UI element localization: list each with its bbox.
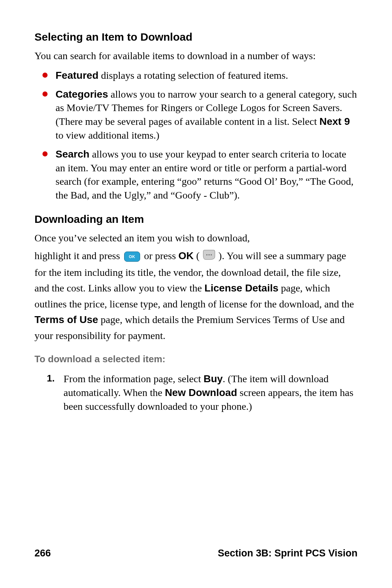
list-item: Categories allows you to narrow your sea… — [34, 87, 358, 142]
download-para-1: Once you’ve selected an item you wish to… — [34, 231, 358, 245]
text-segment: or press — [144, 250, 179, 261]
list-item: Search allows you to use your keypad to … — [34, 147, 358, 202]
subheading-to-download: To download a selected item: — [34, 354, 358, 365]
term-new-download: New Download — [165, 387, 237, 398]
list-item: 1. From the information page, select Buy… — [34, 372, 358, 413]
bullet-icon — [42, 91, 48, 97]
step-number: 1. — [47, 372, 55, 385]
section-label: Section 3B: Sprint PCS Vision — [218, 548, 358, 559]
softkey-icon — [203, 249, 215, 265]
list-item-text: to view additional items.) — [56, 130, 159, 141]
svg-point-0 — [206, 254, 207, 255]
ok-key-icon — [124, 252, 140, 262]
page-footer: 266 Section 3B: Sprint PCS Vision — [34, 548, 358, 559]
text-segment: ( — [196, 250, 200, 261]
list-item-text: allows you to use your keypad to enter s… — [56, 148, 354, 201]
term-buy: Buy — [204, 373, 223, 384]
term-categories: Categories — [56, 89, 108, 100]
intro-paragraph: You can search for available items to do… — [34, 49, 358, 63]
term-next9: Next 9 — [319, 116, 350, 127]
svg-point-2 — [211, 254, 212, 255]
heading-selecting: Selecting an Item to Download — [34, 31, 358, 43]
term-featured: Featured — [56, 70, 98, 81]
term-license-details: License Details — [204, 282, 278, 294]
list-item-text: displays a rotating selection of feature… — [98, 70, 288, 81]
heading-downloading: Downloading an Item — [34, 213, 358, 225]
bullet-icon — [42, 151, 48, 156]
bullet-icon — [42, 73, 48, 78]
page-number: 266 — [34, 548, 51, 559]
ok-label: OK — [179, 250, 194, 261]
svg-point-1 — [208, 254, 209, 255]
document-page: Selecting an Item to Download You can se… — [0, 0, 392, 588]
download-para-2: highlight it and press or press OK ( ). … — [34, 248, 358, 343]
search-methods-list: Featured displays a rotating selection o… — [34, 69, 358, 202]
step-text: From the information page, select — [64, 373, 204, 384]
term-search: Search — [56, 148, 89, 160]
text-segment: highlight it and press — [34, 250, 123, 261]
download-steps: 1. From the information page, select Buy… — [34, 372, 358, 413]
term-terms-of-use: Terms of Use — [34, 314, 98, 325]
list-item: Featured displays a rotating selection o… — [34, 69, 358, 82]
